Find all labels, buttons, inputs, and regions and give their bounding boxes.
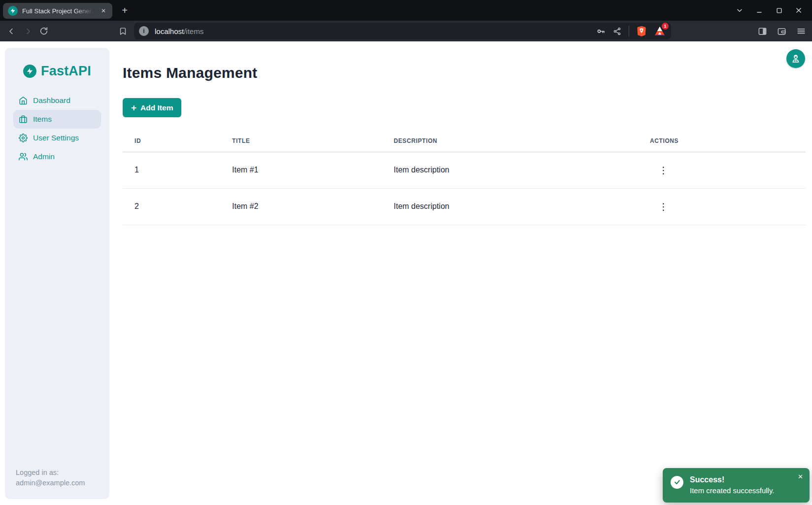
header-actions: ACTIONS <box>638 132 806 152</box>
bolt-icon <box>23 65 36 78</box>
brave-rewards-icon[interactable]: 1 <box>654 25 666 37</box>
sidebar-toggle-icon[interactable] <box>758 27 767 36</box>
rewards-badge: 1 <box>662 23 669 30</box>
user-avatar-icon <box>790 53 801 64</box>
sidebar-item-label: Items <box>33 115 52 124</box>
reload-button[interactable] <box>36 24 51 38</box>
sidebar-item-label: Dashboard <box>33 96 70 105</box>
page-content: FastAPI Dashboard Items User Settings <box>0 41 812 505</box>
users-icon <box>19 152 28 161</box>
main-content: Items Management + Add Item ID TITLE DES… <box>109 41 812 505</box>
cell-id: 1 <box>123 152 220 188</box>
page-title: Items Management <box>123 65 806 81</box>
forward-button[interactable] <box>20 24 35 38</box>
cell-id: 2 <box>123 188 220 225</box>
tab-bar: Full Stack Project Genera ✕ + <box>0 0 812 21</box>
table-header-row: ID TITLE DESCRIPTION ACTIONS <box>123 132 806 152</box>
url-bar-icons: 1 <box>596 25 666 37</box>
tab-search-chevron-icon[interactable] <box>733 4 746 17</box>
gear-icon <box>19 134 28 142</box>
sidebar-item-items[interactable]: Items <box>13 110 101 129</box>
wallet-icon[interactable] <box>777 27 786 36</box>
fastapi-favicon-icon <box>8 6 18 16</box>
items-table: ID TITLE DESCRIPTION ACTIONS 1 Item #1 I… <box>123 132 806 225</box>
cell-title: Item #2 <box>220 188 382 225</box>
brave-shield-icon[interactable] <box>637 26 646 36</box>
table-row: 1 Item #1 Item description ⋮ <box>123 152 806 188</box>
cell-title: Item #1 <box>220 152 382 188</box>
sidebar-footer: Logged in as: admin@example.com <box>5 468 109 499</box>
briefcase-icon <box>19 115 28 124</box>
cell-description: Item description <box>382 188 638 225</box>
new-tab-button[interactable]: + <box>117 3 132 18</box>
sidebar-item-user-settings[interactable]: User Settings <box>13 129 101 147</box>
logo-text: FastAPI <box>41 64 91 79</box>
toast-text: Success! Item created successfully. <box>690 474 774 496</box>
logged-in-label: Logged in as: <box>16 468 102 478</box>
sidebar-item-admin[interactable]: Admin <box>13 147 101 166</box>
header-description: DESCRIPTION <box>382 132 638 152</box>
url-host: localhost <box>155 27 184 35</box>
browser-toolbar: i localhost/items 1 <box>0 21 812 41</box>
row-actions-kebab-icon[interactable]: ⋮ <box>655 201 672 212</box>
cell-description: Item description <box>382 152 638 188</box>
user-menu-button[interactable] <box>786 49 805 68</box>
tab-close-icon[interactable]: ✕ <box>99 6 108 16</box>
key-icon[interactable] <box>596 27 606 36</box>
menu-hamburger-icon[interactable] <box>796 26 806 36</box>
window-controls <box>733 4 812 17</box>
header-id: ID <box>123 132 220 152</box>
row-actions-kebab-icon[interactable]: ⋮ <box>655 165 672 176</box>
add-item-label: Add Item <box>140 103 173 112</box>
bookmark-icon[interactable] <box>115 24 130 38</box>
back-button[interactable] <box>4 24 19 38</box>
header-title: TITLE <box>220 132 382 152</box>
add-item-button[interactable]: + Add Item <box>123 98 181 117</box>
browser-window: Full Stack Project Genera ✕ + <box>0 0 812 505</box>
toast-message: Item created successfully. <box>690 485 774 497</box>
site-info-icon[interactable]: i <box>139 26 149 36</box>
toolbar-right-icons <box>758 26 806 36</box>
sidebar-item-label: Admin <box>33 152 55 161</box>
maximize-button[interactable] <box>773 4 785 17</box>
logged-in-email: admin@example.com <box>16 478 102 488</box>
sidebar: FastAPI Dashboard Items User Settings <box>5 48 109 499</box>
url-bar[interactable]: i localhost/items 1 <box>134 23 671 39</box>
url-text: localhost/items <box>155 27 203 35</box>
share-icon[interactable] <box>613 27 621 35</box>
toast-title: Success! <box>690 474 774 485</box>
toast-close-icon[interactable]: ✕ <box>797 472 804 481</box>
sidebar-item-label: User Settings <box>33 134 79 142</box>
sidebar-item-dashboard[interactable]: Dashboard <box>13 91 101 110</box>
home-icon <box>19 96 28 105</box>
fastapi-logo: FastAPI <box>5 64 109 79</box>
browser-tab[interactable]: Full Stack Project Genera ✕ <box>3 3 112 19</box>
table-row: 2 Item #2 Item description ⋮ <box>123 188 806 225</box>
url-path: /items <box>184 27 203 35</box>
divider <box>629 26 629 36</box>
check-circle-icon <box>671 476 683 489</box>
plus-icon: + <box>131 103 136 112</box>
minimize-button[interactable] <box>753 4 766 17</box>
sidebar-nav: Dashboard Items User Settings Admin <box>5 91 109 166</box>
tab-title: Full Stack Project Genera <box>22 7 95 15</box>
close-window-button[interactable] <box>792 4 805 17</box>
success-toast: Success! Item created successfully. ✕ <box>663 468 810 503</box>
